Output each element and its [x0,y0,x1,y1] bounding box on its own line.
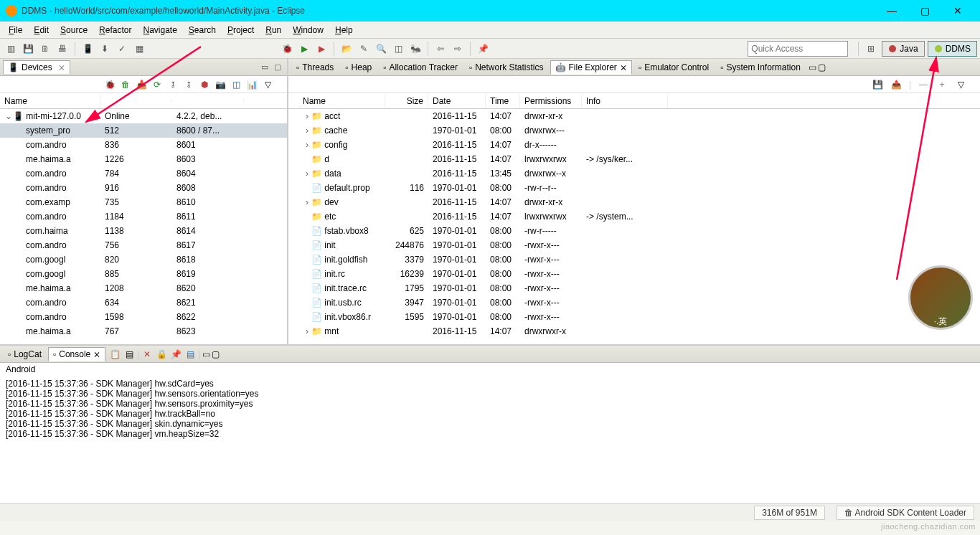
screenshot-button[interactable]: 📷 [214,78,227,91]
file-row[interactable]: 📄 fstab.vbox86251970-01-0108:00-rw-r----… [288,224,980,238]
tab-console[interactable]: ▫Console ⨯ [48,347,105,361]
export-button[interactable]: 📋 [108,348,121,361]
close-button[interactable]: ✕ [941,0,974,22]
scroll-lock-button[interactable]: 🔒 [155,348,168,361]
add-button[interactable]: + [936,78,948,91]
process-row[interactable]: com.andro8368601 [0,138,287,152]
tab-heap[interactable]: ▫Heap [340,60,377,75]
expand-icon[interactable]: › [303,326,311,336]
process-row[interactable]: com.examp7358610 [0,195,287,209]
forward-button[interactable]: ⇨ [450,41,466,57]
devices-table[interactable]: Name ⌄📱 mit-mi-127.0.0 Online 4.2.2, deb… [0,93,287,344]
update-threads-button[interactable]: ⫱ [166,78,179,91]
search-button[interactable]: 🔍 [373,41,389,57]
delete-button[interactable]: — [917,78,930,91]
expand-icon[interactable]: › [303,169,311,179]
file-row[interactable]: ›📁 dev2016-11-1514:07drwxr-xr-x [288,195,980,209]
process-row[interactable]: system_pro5128600 / 87... [0,123,287,138]
process-row[interactable]: com.googl8858619 [0,267,287,281]
process-row[interactable]: me.haima.a12268603 [0,152,287,166]
col-info[interactable]: Info [582,95,668,108]
back-button[interactable]: ⇦ [433,41,448,57]
run-button[interactable]: ▶ [296,41,312,57]
close-tab-icon[interactable]: ⨯ [58,62,65,72]
file-row[interactable]: 📁 etc2016-11-1514:07lrwxrwxrwx-> /system… [288,209,980,224]
wizard-button[interactable]: ✎ [356,41,372,57]
expand-icon[interactable]: › [303,126,311,136]
tab-threads[interactable]: ▫Threads [291,60,339,75]
menu-help[interactable]: Help [329,24,359,37]
col-time[interactable]: Time [486,95,520,108]
file-row[interactable]: ›📁 mnt2016-11-1514:07drwxrwxr-x [288,324,980,338]
file-row[interactable]: 📄 default.prop1161970-01-0108:00-rw-r--r… [288,181,980,195]
file-row[interactable]: ›📁 config2016-11-1514:07dr-x------ [288,138,980,152]
java-perspective-button[interactable]: Java [882,41,924,57]
tab-system-information[interactable]: ▫System Information [715,60,806,75]
process-row[interactable]: com.andro15988622 [0,310,287,324]
file-row[interactable]: ›📁 acct2016-11-1514:07drwxr-xr-x [288,109,980,123]
menu-file[interactable]: File [3,24,28,37]
minimize-button[interactable]: — [875,0,908,22]
col-perm[interactable]: Permissions [520,95,582,108]
col-name[interactable]: Name [288,95,385,108]
maximize-panel-button[interactable]: ▢ [818,62,826,72]
expand-icon[interactable]: › [303,140,311,150]
file-row[interactable]: 📄 init.goldfish33791970-01-0108:00-rwxr-… [288,252,980,267]
file-row[interactable]: ›📁 data2016-11-1513:45drwxrwx--x [288,166,980,181]
process-row[interactable]: com.haima11388614 [0,224,287,238]
update-heap-button[interactable]: 🗑 [119,78,132,91]
stop-button[interactable]: ⬢ [198,78,211,91]
new-button[interactable]: ▥ [3,41,19,57]
expand-icon[interactable]: ⌄ [4,111,13,121]
menu-edit[interactable]: Edit [28,24,55,37]
process-row[interactable]: com.andro7568617 [0,238,287,252]
user-avatar[interactable]: ·.英 [908,265,973,330]
quick-access-input[interactable] [748,41,848,57]
process-row[interactable]: me.haima.a12088620 [0,281,287,295]
toggle-button[interactable]: ◫ [390,41,406,57]
debug-button[interactable]: 🐞 [279,41,295,57]
process-row[interactable]: com.andro7848604 [0,166,287,181]
file-row[interactable]: 📄 init.usb.rc39471970-01-0108:00-rwxr-x-… [288,295,980,310]
minimize-panel-button[interactable]: ▭ [258,61,271,74]
tab-allocation-tracker[interactable]: ▫Allocation Tracker [378,60,463,75]
ddms-perspective-button[interactable]: DDMS [928,41,977,57]
new-class-button[interactable]: 📂 [339,41,354,57]
file-row[interactable]: 📄 init.rc162391970-01-0108:00-rwxr-x--- [288,267,980,281]
tab-logcat[interactable]: ▫LogCat [3,347,47,361]
file-explorer-table[interactable]: Name Size Date Time Permissions Info ›📁 … [288,93,980,344]
tab-network-statistics[interactable]: ▫Network Statistics [464,60,549,75]
close-icon[interactable]: ⨯ [93,349,100,359]
menu-window[interactable]: Window [287,24,329,37]
save-button[interactable]: 💾 [20,41,36,57]
ui-dump-button[interactable]: ◫ [230,78,242,91]
filter-button[interactable]: ▤ [123,348,136,361]
menu-navigate[interactable]: Navigate [137,24,182,37]
maximize-panel-button[interactable]: ▢ [212,349,220,359]
lint-button[interactable]: ✓ [114,41,130,57]
process-row[interactable]: com.andro9168608 [0,181,287,195]
process-row[interactable]: com.andro11848611 [0,209,287,224]
clear-button[interactable]: ✕ [141,348,154,361]
start-method-button[interactable]: ⫱ [182,78,195,91]
file-row[interactable]: 📁 d2016-11-1514:07lrwxrwxrwx-> /sys/ker.… [288,152,980,166]
print-button[interactable]: 🖶 [55,41,70,57]
process-row[interactable]: com.googl8208618 [0,252,287,267]
file-row[interactable]: ›📁 cache1970-01-0108:00drwxrwx--- [288,123,980,138]
device-root-row[interactable]: ⌄📱 mit-mi-127.0.0 Online 4.2.2, deb... [0,109,287,123]
tab-file-explorer[interactable]: 🤖File Explorer⨯ [550,60,632,75]
col-date[interactable]: Date [428,95,486,108]
perspective-chooser-button[interactable]: ⊞ [863,41,879,57]
menu-refactor[interactable]: Refactor [93,24,137,37]
menu-source[interactable]: Source [55,24,93,37]
devices-tab[interactable]: 📱 Devices ⨯ [3,60,70,74]
tab-emulator-control[interactable]: ▫Emulator Control [633,60,714,75]
memory-status[interactable]: 316M of 951M [754,506,825,520]
col-port[interactable] [172,100,244,103]
push-file-button[interactable]: 📤 [890,78,903,91]
cause-gc-button[interactable]: ⟳ [151,78,164,91]
external-button[interactable]: ▶ [314,41,329,57]
minimize-panel-button[interactable]: ▭ [809,62,816,72]
col-name[interactable]: Name [0,95,100,108]
maximize-button[interactable]: ▢ [908,0,941,22]
